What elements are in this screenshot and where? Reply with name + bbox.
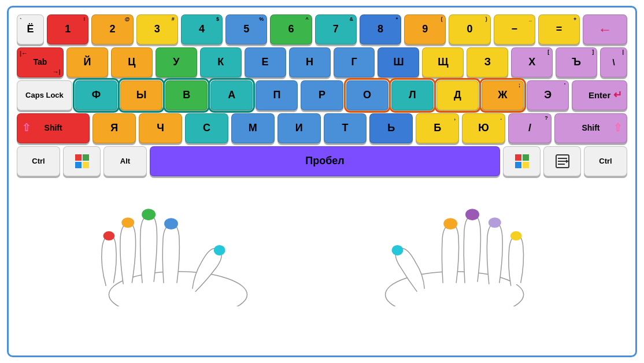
key-4[interactable]: $ 4 (181, 14, 223, 45)
svg-point-16 (142, 209, 156, 220)
svg-rect-0 (75, 154, 82, 161)
key-о[interactable]: О (346, 80, 388, 110)
key-7[interactable]: & 7 (315, 14, 357, 45)
key-ъ[interactable]: ] Ъ (556, 47, 597, 77)
svg-rect-2 (75, 162, 82, 168)
key-ctrl-left[interactable]: Ctrl (17, 146, 60, 176)
key-ч[interactable]: Ч (139, 113, 182, 143)
key-ю[interactable]: . Ю (462, 113, 505, 143)
key-х[interactable]: [ Х (511, 47, 553, 77)
key-backtick[interactable]: ` Ё (17, 14, 44, 45)
key-ш[interactable]: Ш (377, 47, 419, 77)
svg-rect-3 (83, 162, 89, 168)
key-6[interactable]: ^ 6 (270, 14, 312, 45)
svg-rect-5 (523, 154, 529, 161)
svg-point-21 (443, 218, 457, 229)
key-backspace[interactable]: ← (583, 14, 627, 45)
key-б[interactable]: , Б (416, 113, 459, 143)
svg-rect-4 (515, 154, 521, 161)
svg-rect-1 (83, 154, 89, 161)
key-8[interactable]: * 8 (360, 14, 401, 45)
key-equals[interactable]: + = (538, 14, 580, 45)
key-ctrl-right[interactable]: Ctrl (584, 146, 627, 176)
key-enter[interactable]: Enter ↵ (572, 80, 627, 110)
key-space[interactable]: Пробел (150, 146, 500, 176)
key-и[interactable]: И (277, 113, 321, 143)
key-ь[interactable]: Ь (369, 113, 413, 143)
key-м[interactable]: М (231, 113, 275, 143)
key-к[interactable]: К (200, 47, 242, 77)
svg-point-22 (465, 209, 479, 220)
key-э[interactable]: ' Э (527, 80, 569, 110)
key-г[interactable]: Г (334, 47, 375, 77)
hands-svg (17, 173, 627, 306)
hands-area (17, 173, 627, 306)
key-т[interactable]: Т (324, 113, 367, 143)
svg-rect-6 (515, 162, 521, 168)
key-1[interactable]: ! 1 (47, 14, 88, 45)
key-р[interactable]: Р (301, 80, 343, 110)
svg-point-24 (510, 231, 522, 240)
key-д[interactable]: Д (436, 80, 479, 110)
keyboard-rows: ` Ё ! 1 @ 2 # 3 $ 4 % 5 (17, 14, 627, 176)
key-с[interactable]: С (185, 113, 228, 143)
key-ц[interactable]: Ц (111, 47, 153, 77)
key-з[interactable]: З (467, 47, 508, 77)
key-п[interactable]: П (256, 80, 298, 110)
key-win-left[interactable] (63, 146, 101, 176)
key-щ[interactable]: Щ (422, 47, 464, 77)
svg-rect-7 (523, 162, 529, 168)
key-win-right[interactable] (503, 146, 541, 176)
key-ж[interactable]: ; Ж (482, 80, 524, 110)
shift-row: ⇧ Shift Я Ч С М И Т Ь (17, 113, 627, 143)
key-ы[interactable]: Ы (120, 80, 162, 110)
key-у[interactable]: У (156, 47, 197, 77)
svg-point-17 (164, 218, 178, 229)
key-3[interactable]: # 3 (136, 14, 178, 45)
key-л[interactable]: Л (391, 80, 434, 110)
svg-point-23 (488, 217, 501, 228)
windows-icon-left (75, 154, 90, 169)
key-й[interactable]: Й (66, 47, 108, 77)
key-9[interactable]: ( 9 (404, 14, 446, 45)
key-0[interactable]: ) 0 (449, 14, 490, 45)
svg-point-20 (392, 245, 404, 255)
key-н[interactable]: Н (289, 47, 331, 77)
svg-point-15 (121, 217, 134, 228)
svg-point-14 (103, 231, 114, 240)
keyboard-container: ` Ё ! 1 @ 2 # 3 $ 4 % 5 (7, 6, 637, 357)
key-slash[interactable]: ? / (508, 113, 552, 143)
key-alt[interactable]: Alt (103, 146, 147, 176)
key-capslock[interactable]: Caps Lock (17, 80, 72, 110)
key-backslash[interactable]: | \ (600, 47, 627, 77)
bottom-row: Ctrl Alt Пробел (17, 146, 627, 176)
windows-icon-right (515, 154, 530, 169)
key-а[interactable]: А (210, 80, 253, 110)
menu-icon (555, 154, 570, 169)
key-я[interactable]: Я (92, 113, 136, 143)
svg-point-18 (214, 245, 225, 255)
key-в[interactable]: В (165, 80, 208, 110)
number-row: ` Ё ! 1 @ 2 # 3 $ 4 % 5 (17, 14, 627, 45)
key-menu[interactable] (543, 146, 581, 176)
key-ф[interactable]: Ф (75, 80, 117, 110)
caps-row: Caps Lock Ф Ы В А П Р О (17, 80, 627, 110)
key-5[interactable]: % 5 (225, 14, 267, 45)
key-minus[interactable]: _ − (494, 14, 535, 45)
key-tab[interactable]: |← →| Tab (17, 47, 64, 77)
tab-row: |← →| Tab Й Ц У К Е Н Г (17, 47, 627, 77)
key-shift-left[interactable]: ⇧ Shift (17, 113, 90, 143)
key-2[interactable]: @ 2 (91, 14, 133, 45)
key-е[interactable]: Е (245, 47, 286, 77)
key-shift-right[interactable]: Shift ⇧ (554, 113, 627, 143)
